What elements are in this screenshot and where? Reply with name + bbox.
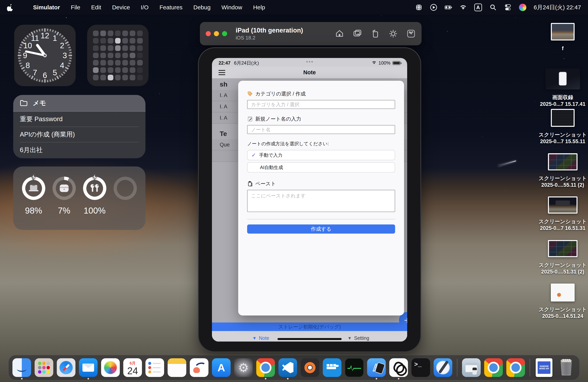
- file-name[interactable]: スクリーンショット2025-0...7 15.55.11: [539, 131, 587, 145]
- dock-item-simulator[interactable]: [367, 358, 386, 377]
- dock-item-mail[interactable]: [79, 358, 98, 377]
- dock-item-blender[interactable]: [300, 358, 320, 377]
- option-ai-generate[interactable]: AI自動生成: [247, 162, 395, 172]
- memo-item[interactable]: 重要 Password: [20, 112, 139, 127]
- siri-avatar-icon[interactable]: [519, 4, 526, 11]
- dock-item-vscode[interactable]: [278, 358, 297, 377]
- menu-help[interactable]: Help: [253, 4, 265, 11]
- dock-item-chrome[interactable]: [256, 358, 275, 377]
- menu-edit[interactable]: Edit: [91, 4, 101, 11]
- screenshot-icon[interactable]: [353, 29, 362, 38]
- desktop-file[interactable]: スクリーンショット2025-0...7 15.55.11: [536, 109, 588, 145]
- dock-item-photos[interactable]: [101, 358, 120, 377]
- wifi-icon[interactable]: [460, 4, 467, 11]
- file-thumbnail-code-dark-icon[interactable]: [551, 109, 575, 127]
- dock-item-chatgpt[interactable]: [389, 358, 408, 377]
- hamburger-menu-icon[interactable]: [219, 70, 225, 75]
- minimize-window-button[interactable]: [214, 31, 219, 36]
- spotlight-search-icon[interactable]: [489, 4, 497, 11]
- file-thumbnail-screen-recording-icon[interactable]: [546, 68, 580, 89]
- close-window-button[interactable]: [206, 31, 211, 36]
- dock-item-xcode[interactable]: [433, 358, 453, 377]
- file-thumbnail-video-grid-dark-icon[interactable]: [548, 240, 578, 257]
- option-manual-input[interactable]: ✓ 手動で入力: [247, 150, 395, 160]
- battery-widget[interactable]: 98% 7% 100%: [13, 167, 146, 230]
- simulator-window-titlebar[interactable]: iPad (10th generation) iOS 18.2: [200, 22, 421, 45]
- dock-item-settings[interactable]: [234, 358, 253, 377]
- home-indicator[interactable]: [277, 338, 342, 340]
- file-thumbnail-photo-landscape-icon[interactable]: [551, 23, 575, 41]
- activity-grid-widget[interactable]: [87, 25, 148, 86]
- dock-item-gallery[interactable]: [462, 358, 481, 377]
- file-name[interactable]: 画面収録2025-0...7 15.17.41: [540, 94, 586, 107]
- file-name[interactable]: f: [562, 45, 564, 52]
- file-name[interactable]: スクリーンショット2025-0...14.51.24: [539, 306, 587, 319]
- dock-item-activity[interactable]: [345, 358, 364, 377]
- file-thumbnail-doc-white-icon[interactable]: [551, 284, 575, 301]
- menu-io[interactable]: I/O: [141, 4, 148, 11]
- activity-grid-cell: [100, 38, 106, 43]
- file-name[interactable]: スクリーンショット2025-0....55.11 (2): [539, 175, 587, 188]
- desktop-file[interactable]: f: [536, 23, 588, 52]
- memo-item[interactable]: 6月出社: [20, 142, 139, 158]
- memo-item[interactable]: APIの作成 (商業用): [20, 127, 139, 142]
- file-thumbnail-desktop-shot-icon[interactable]: [548, 196, 578, 213]
- file-name[interactable]: スクリーンショット2025-0...7 16.51.31: [539, 218, 587, 232]
- dock-item-freeform[interactable]: [189, 358, 209, 377]
- menu-features[interactable]: Features: [159, 4, 182, 11]
- battery-airpods: 100%: [80, 177, 109, 215]
- dock-item-docker[interactable]: [322, 358, 342, 377]
- home-icon[interactable]: [335, 29, 344, 38]
- menu-device[interactable]: Device: [112, 4, 130, 11]
- dock-item-chrome-2[interactable]: [484, 358, 503, 377]
- desktop-file[interactable]: スクリーンショット2025-0...14.51.24: [536, 284, 588, 319]
- appearance-icon[interactable]: [388, 29, 398, 38]
- activity-grid-cell: [122, 31, 128, 36]
- dock-item-terminal[interactable]: [411, 358, 431, 377]
- menu-debug[interactable]: Debug: [193, 4, 210, 11]
- menu-file[interactable]: File: [71, 4, 80, 11]
- activity-grid-cell: [93, 45, 99, 51]
- zoom-window-button[interactable]: [222, 31, 227, 36]
- memo-widget[interactable]: メモ 重要 Password APIの作成 (商業用) 6月出社: [13, 95, 146, 158]
- menu-app-name[interactable]: Simulator: [33, 4, 60, 11]
- activity-grid-cell: [130, 75, 135, 80]
- dock-item-calendar[interactable]: 6月24: [123, 358, 142, 377]
- note-name-input[interactable]: [247, 125, 395, 134]
- control-center-icon[interactable]: [504, 4, 512, 11]
- shortcuts-icon[interactable]: [406, 29, 416, 38]
- dock-item-reminders[interactable]: [145, 358, 165, 377]
- menu-window[interactable]: Window: [221, 4, 242, 11]
- svg-text:12: 12: [41, 31, 49, 40]
- activity-grid-cell: [100, 60, 106, 65]
- chatgpt-icon[interactable]: [415, 4, 422, 11]
- storage-init-banner[interactable]: ストレージ初期化(デバッグ): [212, 322, 407, 331]
- dock-item-notes[interactable]: [167, 358, 187, 377]
- rotate-icon[interactable]: [371, 29, 380, 38]
- dock-item-chrome-3[interactable]: [506, 358, 525, 377]
- dock-item-appstore[interactable]: [211, 358, 231, 377]
- menu-bar-clock[interactable]: 6月24日(火) 22:47: [534, 3, 581, 11]
- input-source-a-icon[interactable]: A: [474, 3, 482, 11]
- dock-item-randomdoc[interactable]: RANDOM WORD API: [534, 358, 554, 377]
- activity-grid-cell: [137, 60, 143, 65]
- clock-widget[interactable]: 123456789101112: [14, 25, 76, 86]
- screen-mirroring-icon[interactable]: [430, 4, 437, 11]
- desktop-file[interactable]: スクリーンショット2025-0....55.11 (2): [536, 153, 588, 188]
- activity-grid-cell: [130, 60, 135, 65]
- category-input[interactable]: [247, 100, 395, 109]
- dock-item-safari[interactable]: [56, 358, 76, 377]
- desktop-file[interactable]: スクリーンショット2025-0...7 16.51.31: [536, 196, 588, 232]
- dock-item-trash[interactable]: [556, 358, 576, 377]
- dock-item-finder[interactable]: [12, 358, 32, 377]
- file-thumbnail-video-grid-dark-icon[interactable]: [548, 153, 578, 170]
- battery-charging-icon[interactable]: [445, 4, 452, 11]
- desktop-file[interactable]: スクリーンショット2025-0....51.31 (2): [536, 240, 588, 275]
- apple-menu-icon[interactable]: [7, 3, 14, 11]
- svg-text:2: 2: [60, 41, 64, 50]
- dock-item-launchpad[interactable]: [34, 358, 54, 377]
- paste-textarea[interactable]: [247, 190, 395, 212]
- file-name[interactable]: スクリーンショット2025-0....51.31 (2): [539, 262, 587, 275]
- desktop-file[interactable]: 画面収録2025-0...7 15.17.41: [536, 68, 588, 107]
- create-button[interactable]: 作成する: [247, 224, 395, 233]
